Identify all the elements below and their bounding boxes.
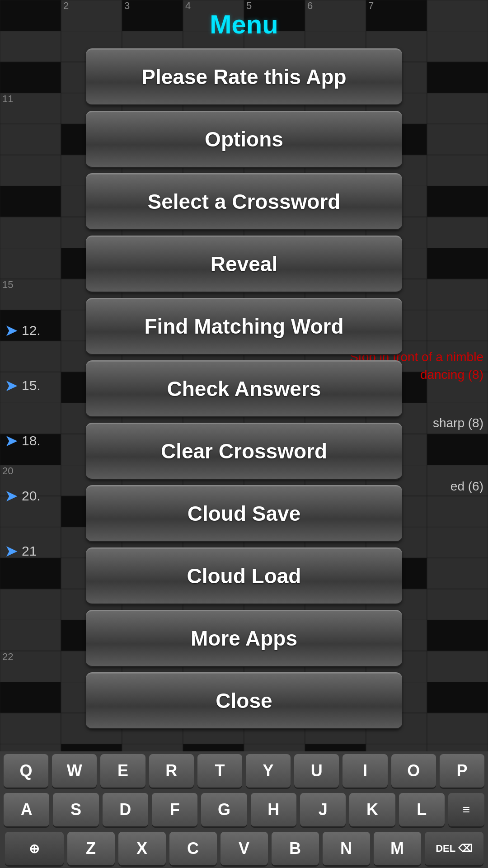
key-zoom[interactable]: ⊕ (5, 832, 64, 865)
find-matching-word-button[interactable]: Find Matching Word (86, 298, 402, 355)
key-p[interactable]: P (440, 754, 484, 788)
select-crossword-button[interactable]: Select a Crossword (86, 173, 402, 230)
key-lines[interactable]: ≡ (448, 793, 484, 826)
reveal-button[interactable]: Reveal (86, 236, 402, 292)
key-q[interactable]: Q (4, 754, 48, 788)
key-o[interactable]: O (391, 754, 436, 788)
more-apps-button[interactable]: More Apps (86, 610, 402, 667)
key-u[interactable]: U (294, 754, 339, 788)
menu-buttons-container: Please Rate this App Options Select a Cr… (86, 48, 402, 729)
key-t[interactable]: T (197, 754, 242, 788)
key-delete[interactable]: DEL ⌫ (425, 832, 483, 865)
key-a[interactable]: A (4, 793, 49, 826)
check-answers-button[interactable]: Check Answers (86, 360, 402, 417)
key-s[interactable]: S (53, 793, 99, 826)
key-z[interactable]: Z (67, 832, 115, 865)
cloud-load-button[interactable]: Cloud Load (86, 547, 402, 604)
key-x[interactable]: X (118, 832, 166, 865)
key-y[interactable]: Y (246, 754, 291, 788)
key-b[interactable]: B (272, 832, 319, 865)
clear-crossword-button[interactable]: Clear Crossword (86, 423, 402, 480)
key-e[interactable]: E (100, 754, 145, 788)
key-w[interactable]: W (52, 754, 97, 788)
keyboard-row-2: A S D F G H J K L ≡ (0, 790, 488, 829)
key-f[interactable]: F (152, 793, 197, 826)
key-l[interactable]: L (399, 793, 445, 826)
menu-title: Menu (210, 9, 278, 39)
options-button[interactable]: Options (86, 111, 402, 168)
key-g[interactable]: G (201, 793, 247, 826)
keyboard-row-3: ⊕ Z X C V B N M DEL ⌫ (0, 829, 488, 868)
keyboard: Q W E R T Y U I O P A S D F G H J K L ≡ … (0, 751, 488, 868)
rate-app-button[interactable]: Please Rate this App (86, 48, 402, 105)
key-n[interactable]: N (323, 832, 370, 865)
key-j[interactable]: J (300, 793, 346, 826)
key-r[interactable]: R (149, 754, 194, 788)
key-c[interactable]: C (169, 832, 217, 865)
key-v[interactable]: V (221, 832, 268, 865)
key-m[interactable]: M (374, 832, 421, 865)
keyboard-row-1: Q W E R T Y U I O P (0, 751, 488, 790)
cloud-save-button[interactable]: Cloud Save (86, 485, 402, 542)
key-d[interactable]: D (103, 793, 148, 826)
key-i[interactable]: I (343, 754, 387, 788)
close-button[interactable]: Close (86, 672, 402, 729)
key-h[interactable]: H (251, 793, 296, 826)
key-k[interactable]: K (349, 793, 395, 826)
